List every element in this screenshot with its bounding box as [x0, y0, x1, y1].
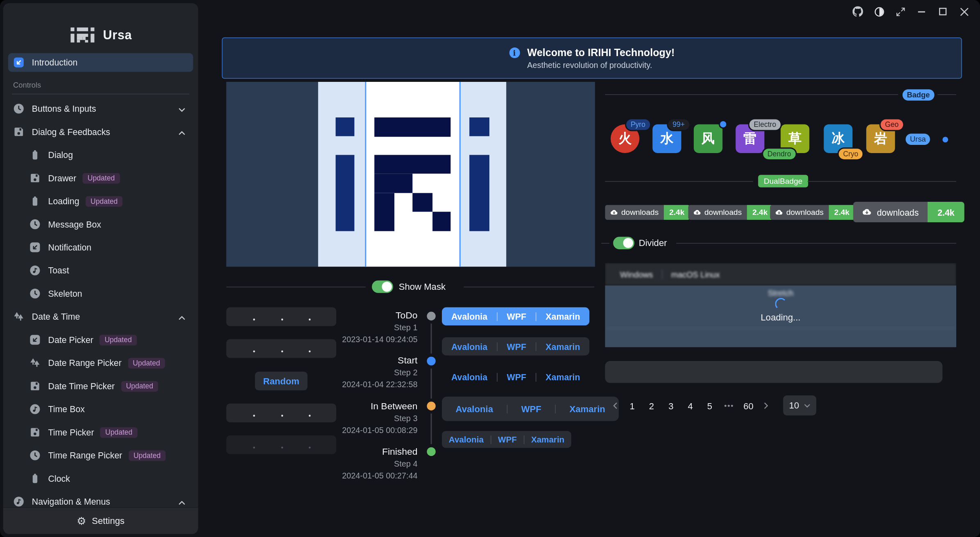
sidebar-item-clock[interactable]: Clock — [8, 469, 193, 488]
button-group-large: Avalonia WPF Xamarin — [442, 397, 619, 421]
timeline-step-label: Step 4 — [316, 458, 417, 470]
arrow-square-icon — [29, 242, 41, 253]
wpf-button[interactable]: WPF — [498, 307, 536, 325]
sidebar-item-label: Notification — [48, 242, 92, 252]
sidebar-item-toast[interactable]: Toast — [8, 261, 193, 280]
battery-icon — [29, 473, 41, 484]
tab-macos-linux[interactable]: macOS Linux — [662, 270, 729, 279]
sidebar-group-dialog-feedbacks[interactable]: Dialog & Feedbacks — [8, 122, 193, 141]
divider-line — [937, 94, 956, 95]
battery-icon — [29, 149, 41, 160]
sidebar-item-label: Dialog & Feedbacks — [32, 127, 110, 137]
badge-cryo: Cryo — [839, 149, 862, 159]
chevron-right-icon[interactable] — [758, 402, 773, 409]
timeline-dot — [427, 447, 435, 456]
sidebar-group-date-time[interactable]: Date & Time — [8, 307, 193, 326]
updated-badge: Updated — [100, 334, 137, 345]
timeline-step-label: Step 1 — [316, 322, 417, 334]
sidebar-item-time-picker[interactable]: Time Picker Updated — [8, 423, 193, 442]
gear-icon: ⚙ — [77, 516, 86, 526]
sidebar-item-time-range-picker[interactable]: Time Range Picker Updated — [8, 446, 193, 465]
sidebar-item-label: Date & Time — [32, 312, 80, 322]
page-button-2[interactable]: 2 — [642, 401, 661, 411]
loading-text: Loading... — [761, 312, 801, 322]
divider-toggle[interactable] — [613, 237, 634, 249]
close-icon[interactable] — [958, 6, 970, 18]
avalonia-button[interactable]: Avalonia — [442, 431, 491, 448]
sidebar-item-date-range-picker[interactable]: Date Range Picker Updated — [8, 354, 193, 372]
pagination-ellipsis[interactable]: ••• — [720, 402, 739, 410]
floppy-icon — [29, 426, 41, 438]
badge-divider-pill: Badge — [903, 89, 934, 100]
settings-button[interactable]: ⚙ Settings — [3, 507, 198, 534]
theme-toggle-icon[interactable] — [873, 6, 885, 18]
logo-pixel — [432, 212, 450, 231]
empty-panel — [605, 361, 942, 383]
os-tab-strip: Windows macOS Linux — [605, 263, 956, 286]
xamarin-button[interactable]: Xamarin — [536, 337, 589, 355]
page-button-1[interactable]: 1 — [622, 401, 642, 411]
page-button-60[interactable]: 60 — [739, 401, 758, 411]
page-button-4[interactable]: 4 — [681, 401, 700, 411]
info-icon: i — [509, 47, 520, 58]
avalonia-button[interactable]: Avalonia — [442, 397, 507, 421]
floppy-icon — [13, 126, 24, 137]
avalonia-button[interactable]: Avalonia — [442, 368, 497, 386]
sidebar-item-message-box[interactable]: Message Box — [8, 215, 193, 234]
minimize-icon[interactable] — [916, 6, 928, 18]
floppy-icon — [29, 380, 41, 391]
welcome-banner: i Welcome to IRIHI Technology! Aesthetic… — [222, 38, 962, 79]
loading-content: Stretch Loading... — [605, 285, 956, 347]
loading-demo-panel: Windows macOS Linux Stretch Loading... — [605, 263, 956, 347]
dualbadge-divider-pill: DualBadge — [758, 175, 808, 187]
updated-badge: Updated — [100, 427, 138, 438]
wpf-button[interactable]: WPF — [498, 337, 536, 355]
xamarin-button[interactable]: Xamarin — [524, 431, 571, 448]
iri-logo-icon — [69, 25, 95, 45]
sidebar-item-introduction[interactable]: Introduction — [8, 53, 193, 72]
chevron-left-icon[interactable] — [607, 402, 622, 409]
badge-dot — [942, 137, 948, 142]
timeline-step: Finished Step 4 2024-01-05 00:27:44 — [316, 445, 417, 482]
show-mask-toggle[interactable] — [372, 280, 393, 293]
sidebar-item-drawer[interactable]: Drawer Updated — [8, 169, 193, 187]
sidebar-item-date-time-picker[interactable]: Date Time Picker Updated — [8, 377, 193, 395]
xamarin-button[interactable]: Xamarin — [536, 307, 589, 325]
logo-pixel — [412, 193, 432, 212]
avalonia-button[interactable]: Avalonia — [442, 337, 497, 355]
sidebar-item-label: Date Picker — [48, 335, 93, 345]
sidebar-item-label: Skeleton — [48, 289, 82, 298]
logo-pixel — [374, 155, 450, 174]
xamarin-button[interactable]: Xamarin — [536, 368, 589, 386]
page-size-select[interactable]: 10 — [783, 395, 816, 415]
downloads-badge: downloads 2.4k — [770, 205, 855, 220]
mask-edge-line — [459, 82, 461, 267]
avalonia-button[interactable]: Avalonia — [442, 307, 497, 325]
sidebar-item-time-box[interactable]: Time Box — [8, 400, 193, 419]
page-button-5[interactable]: 5 — [700, 401, 719, 411]
sidebar-item-date-picker[interactable]: Date Picker Updated — [8, 330, 193, 349]
expand-icon[interactable] — [894, 6, 906, 18]
logo-pixel — [374, 117, 450, 137]
sidebar-group-buttons-inputs[interactable]: Buttons & Inputs — [8, 99, 193, 118]
timeline-dot — [427, 402, 435, 410]
wpf-button[interactable]: WPF — [491, 431, 523, 448]
sidebar-item-loading[interactable]: Loading Updated — [8, 192, 193, 211]
clock-icon — [29, 288, 41, 299]
page-button-3[interactable]: 3 — [661, 401, 681, 411]
sidebar-item-notification[interactable]: Notification — [8, 238, 193, 257]
tab-windows[interactable]: Windows — [611, 270, 662, 279]
floppy-icon — [29, 172, 41, 183]
music-note-icon — [29, 404, 41, 415]
github-icon[interactable] — [852, 6, 864, 18]
button-group-small: Avalonia WPF Xamarin — [442, 431, 571, 448]
button-group-secondary: Avalonia WPF Xamarin — [442, 337, 589, 355]
wpf-button[interactable]: WPF — [498, 368, 536, 386]
timeline-step-date: 2023-01-14 09:24:05 — [316, 334, 417, 345]
sidebar: Ursa Introduction Controls Buttons & Inp… — [3, 3, 198, 534]
maximize-icon[interactable] — [937, 6, 949, 18]
sidebar-item-skeleton[interactable]: Skeleton — [8, 284, 193, 303]
wpf-button[interactable]: WPF — [507, 397, 555, 421]
sidebar-item-dialog[interactable]: Dialog — [8, 146, 193, 165]
random-button[interactable]: Random — [255, 372, 308, 390]
